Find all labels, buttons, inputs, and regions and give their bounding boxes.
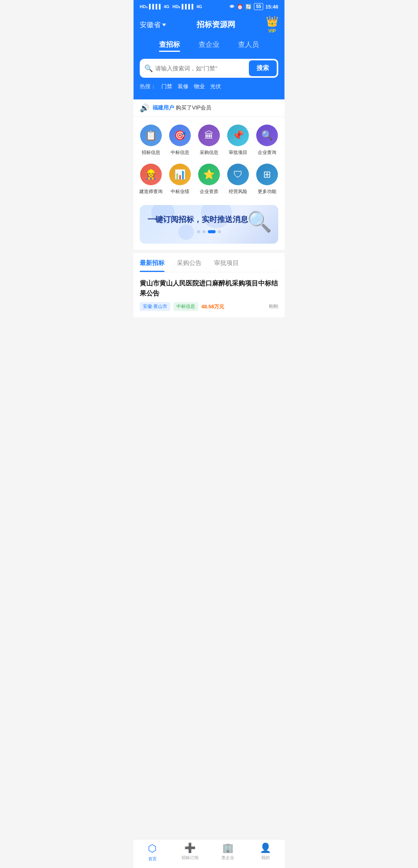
vip-button[interactable]: 👑 VIP xyxy=(266,15,278,34)
content-tab-row: 最新招标 采购公告 审批项目 xyxy=(140,253,278,272)
speaker-icon: 🔊 xyxy=(140,103,149,113)
dot-3 xyxy=(218,230,221,233)
tab-purchase-notice[interactable]: 采购公告 xyxy=(177,253,202,272)
feature-risk[interactable]: 🛡 经营风险 xyxy=(223,164,252,195)
approval-icon: 📌 xyxy=(227,125,249,146)
banner-section: 一键订阅招标，实时推送消息 🔍 xyxy=(134,199,284,250)
status-bar: HD₁ ▌▌▌▌ 4G HD₂ ▌▌▌▌ 4G 👁 ⏰ 🔄 55 15:46 xyxy=(134,0,284,12)
tab-find-bid[interactable]: 查招标 xyxy=(159,40,180,52)
win-bid-label: 中标信息 xyxy=(171,149,189,156)
rotate-icon: 🔄 xyxy=(245,4,252,10)
feature-company-query[interactable]: 🔍 企业查询 xyxy=(252,125,281,156)
meta-region-tag: 安徽·黄山市 xyxy=(140,302,170,311)
signal-bars2: ▌▌▌▌ xyxy=(182,4,195,9)
notif-suffix: 购买了VIP会员 xyxy=(176,104,212,111)
dropdown-arrow-icon xyxy=(162,24,166,26)
company-query-icon: 🔍 xyxy=(256,125,278,146)
feature-purchase[interactable]: 🏛 采购信息 xyxy=(195,125,224,156)
feature-icon-grid: 📋 招标信息 🎯 中标信息 🏛 采购信息 📌 审批项目 🔍 企业查询 👷 建造师… xyxy=(134,117,284,199)
header-section: 安徽省 招标资源网 👑 VIP 查招标 查企业 查人员 🔍 搜索 热搜： 门禁 … xyxy=(134,12,284,99)
dot-1 xyxy=(202,230,206,233)
notification-bar: 🔊 福建用户 购买了VIP会员 xyxy=(134,99,284,117)
signal-bars: ▌▌▌▌ xyxy=(149,4,162,9)
status-right: 👁 ⏰ 🔄 55 15:46 xyxy=(230,3,278,10)
article-meta-0: 安徽·黄山市 中标信息 48.58万元 刚刚 xyxy=(140,302,278,311)
company-query-label: 企业查询 xyxy=(258,149,276,156)
feature-builder-query[interactable]: 👷 建造师查询 xyxy=(137,164,166,195)
search-icon: 🔍 xyxy=(144,64,153,73)
network-type: 4G xyxy=(164,4,170,9)
feature-approval[interactable]: 📌 审批项目 xyxy=(223,125,252,156)
location-button[interactable]: 安徽省 xyxy=(140,20,166,29)
alarm-icon: ⏰ xyxy=(237,4,243,10)
win-bid-icon: 🎯 xyxy=(169,125,191,146)
article-card-0[interactable]: 黄山市黄山人民医院进口麻醉机采购项目中标结果公告 安徽·黄山市 中标信息 48.… xyxy=(134,272,284,320)
feature-more[interactable]: ⊞ 更多功能 xyxy=(252,164,281,195)
performance-label: 中标业绩 xyxy=(171,188,189,195)
hot-search-row: 热搜： 门禁 装修 物业 光伏 xyxy=(140,83,278,90)
status-left: HD₁ ▌▌▌▌ 4G HD₂ ▌▌▌▌ 4G xyxy=(140,4,202,9)
builder-label: 建造师查询 xyxy=(139,188,163,195)
network-type2: 4G xyxy=(197,4,202,9)
meta-amount: 48.58万元 xyxy=(201,303,224,310)
carrier2-text: HD₂ xyxy=(173,4,180,9)
more-icon: ⊞ xyxy=(256,164,278,185)
search-button[interactable]: 搜索 xyxy=(249,60,277,76)
time-display: 15:46 xyxy=(266,4,278,10)
meta-time: 刚刚 xyxy=(269,303,278,310)
qualification-label: 企业资质 xyxy=(200,188,218,195)
location-label: 安徽省 xyxy=(140,20,161,29)
more-label: 更多功能 xyxy=(258,188,276,195)
crown-icon: 👑 xyxy=(266,15,278,27)
hot-search-label: 热搜： xyxy=(140,83,156,90)
approval-label: 审批项目 xyxy=(229,149,247,156)
notification-text: 福建用户 购买了VIP会员 xyxy=(152,104,211,111)
risk-icon: 🛡 xyxy=(227,164,249,185)
performance-icon: 📊 xyxy=(169,164,191,185)
hot-tag-0[interactable]: 门禁 xyxy=(161,83,172,90)
dot-2-active xyxy=(208,230,216,233)
hot-tag-2[interactable]: 物业 xyxy=(194,83,205,90)
vip-label: VIP xyxy=(268,28,276,34)
top-nav: 安徽省 招标资源网 👑 VIP xyxy=(140,15,278,34)
builder-icon: 👷 xyxy=(140,164,162,185)
tab-find-company[interactable]: 查企业 xyxy=(199,40,219,52)
article-title-0: 黄山市黄山人民医院进口麻醉机采购项目中标结果公告 xyxy=(140,279,278,298)
eye-icon: 👁 xyxy=(230,4,235,10)
banner-card[interactable]: 一键订阅招标，实时推送消息 🔍 xyxy=(140,205,278,244)
content-tab-section: 最新招标 采购公告 审批项目 xyxy=(134,253,284,272)
banner-title: 一键订阅招标，实时推送消息 xyxy=(147,214,271,225)
purchase-label: 采购信息 xyxy=(200,149,218,156)
hot-tag-3[interactable]: 光伏 xyxy=(210,83,221,90)
main-tab-row: 查招标 查企业 查人员 xyxy=(140,40,278,52)
meta-type-tag: 中标信息 xyxy=(173,302,198,311)
risk-label: 经营风险 xyxy=(229,188,247,195)
qualification-icon: ⭐ xyxy=(198,164,220,185)
feature-win-bid[interactable]: 🎯 中标信息 xyxy=(166,125,195,156)
bid-info-label: 招标信息 xyxy=(142,149,160,156)
site-title: 招标资源网 xyxy=(197,19,235,30)
feature-win-performance[interactable]: 📊 中标业绩 xyxy=(166,164,195,195)
feature-qualification[interactable]: ⭐ 企业资质 xyxy=(195,164,224,195)
feature-bid-info[interactable]: 📋 招标信息 xyxy=(137,125,166,156)
tab-find-person[interactable]: 查人员 xyxy=(238,40,259,52)
bid-info-icon: 📋 xyxy=(140,125,162,146)
search-input[interactable] xyxy=(155,65,249,72)
search-box: 🔍 搜索 xyxy=(140,59,278,78)
purchase-icon: 🏛 xyxy=(198,125,220,146)
tab-approval-project[interactable]: 审批项目 xyxy=(214,253,239,272)
notif-user: 福建用户 xyxy=(152,104,174,111)
hot-tag-1[interactable]: 装修 xyxy=(178,83,188,90)
dot-0 xyxy=(197,230,200,233)
tab-latest-bid[interactable]: 最新招标 xyxy=(140,253,164,272)
battery-icon: 55 xyxy=(254,3,263,10)
carrier-text: HD₁ xyxy=(140,4,147,9)
